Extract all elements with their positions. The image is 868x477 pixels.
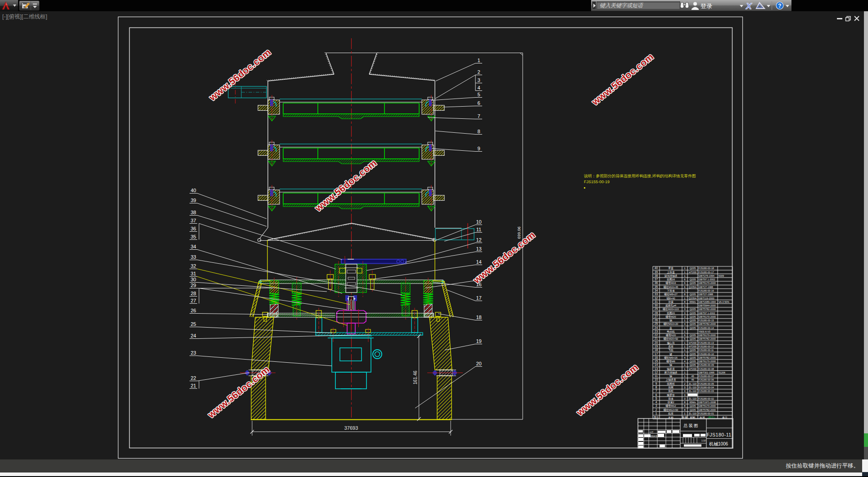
svg-text:总装图: 总装图 xyxy=(683,423,699,428)
svg-text:25: 25 xyxy=(655,322,658,325)
svg-text:Q235: Q235 xyxy=(690,282,696,284)
svg-text:GB/T5944-2000: GB/T5944-2000 xyxy=(699,304,716,307)
svg-text:25: 25 xyxy=(190,321,196,327)
svg-text:2: 2 xyxy=(656,408,657,411)
svg-text:18: 18 xyxy=(655,348,658,351)
svg-text:13: 13 xyxy=(476,246,481,252)
svg-text:Q235: Q235 xyxy=(690,360,696,363)
svg-text:GB/T6170-2000: GB/T6170-2000 xyxy=(699,360,716,363)
svg-text:GB/T97.1-2002: GB/T97.1-2002 xyxy=(699,278,715,281)
svg-text:电动机: 电动机 xyxy=(667,330,675,333)
svg-text:HT200: HT200 xyxy=(689,345,696,348)
svg-text:33: 33 xyxy=(190,254,196,260)
svg-text:1: 1 xyxy=(684,371,686,374)
svg-text:键: 键 xyxy=(669,353,672,356)
svg-text:8: 8 xyxy=(684,401,686,404)
svg-text:37: 37 xyxy=(190,218,196,223)
svg-text:GB/T5782-2000: GB/T5782-2000 xyxy=(699,308,716,310)
svg-text:6: 6 xyxy=(684,334,686,337)
svg-text:Q235: Q235 xyxy=(690,364,696,366)
svg-text:3: 3 xyxy=(684,308,686,310)
svg-text:5: 5 xyxy=(656,397,657,400)
svg-text:1: 1 xyxy=(684,297,686,300)
svg-text:3: 3 xyxy=(684,315,686,318)
svg-text:4: 4 xyxy=(656,400,657,404)
svg-text:筛体: 筛体 xyxy=(668,397,674,400)
svg-text:GB/T6170-2000: GB/T6170-2000 xyxy=(699,405,716,407)
svg-text:GB/T5782-2000: GB/T5782-2000 xyxy=(699,409,716,411)
svg-text:Q235: Q235 xyxy=(690,405,696,407)
svg-text:FJS155-00-19: FJS155-00-19 xyxy=(584,180,610,184)
svg-text:螺母M20: 螺母M20 xyxy=(666,315,676,319)
svg-text:GB/T2089-1994: GB/T2089-1994 xyxy=(699,301,716,303)
svg-text:FJS180-00-16: FJS180-00-16 xyxy=(699,289,714,292)
svg-text:3: 3 xyxy=(684,394,686,396)
svg-text:2: 2 xyxy=(684,382,686,385)
svg-text:1: 1 xyxy=(684,368,686,370)
svg-text:26: 26 xyxy=(190,308,196,313)
svg-text:说明：参照部分的筛体连接用环钩连接,环钩的结构详情见零件图: 说明：参照部分的筛体连接用环钩连接,环钩的结构详情见零件图 xyxy=(584,174,696,178)
svg-text:FJS180-00-03: FJS180-00-03 xyxy=(699,390,714,392)
svg-text:51206: 51206 xyxy=(719,371,725,374)
svg-text:上筛盖: 上筛盖 xyxy=(667,271,675,274)
svg-text:65Mn: 65Mn xyxy=(690,301,696,303)
svg-text:27: 27 xyxy=(190,298,196,303)
svg-text:www.56doc.com: www.56doc.com xyxy=(207,47,273,103)
svg-text:FJS180-00-02: FJS180-00-02 xyxy=(699,397,714,400)
svg-text:螺栓M20×122: 螺栓M20×122 xyxy=(663,307,679,311)
svg-text:螺栓M20×92: 螺栓M20×92 xyxy=(664,337,678,341)
svg-text:6: 6 xyxy=(684,278,686,281)
svg-text:14: 14 xyxy=(476,259,481,265)
svg-text:GB/T1971-2008: GB/T1971-2008 xyxy=(699,401,716,404)
svg-text:HT200: HT200 xyxy=(689,368,696,370)
svg-text:GB/T97.1-2002: GB/T97.1-2002 xyxy=(699,312,715,315)
svg-text:22: 22 xyxy=(190,375,196,381)
svg-text:ZL-110: ZL-110 xyxy=(689,390,696,392)
svg-text:29: 29 xyxy=(190,283,196,288)
svg-text:7: 7 xyxy=(477,113,480,119)
svg-text:33: 33 xyxy=(655,292,658,296)
svg-text:40: 40 xyxy=(655,266,658,270)
svg-text:16: 16 xyxy=(655,356,658,359)
svg-text:Q235: Q235 xyxy=(690,312,696,315)
svg-text:底座: 底座 xyxy=(668,345,674,348)
svg-text:7: 7 xyxy=(656,389,657,392)
svg-text:Q235: Q235 xyxy=(690,409,696,411)
svg-text:30: 30 xyxy=(190,277,196,282)
svg-text:筛框: 筛框 xyxy=(668,390,674,392)
svg-text:1: 1 xyxy=(684,353,686,356)
svg-text:GB/T6170-2000: GB/T6170-2000 xyxy=(699,334,716,337)
svg-text:GB/T27-1988: GB/T27-1988 xyxy=(699,293,713,296)
svg-text:1: 1 xyxy=(684,330,686,333)
svg-text:偏心块: 偏心块 xyxy=(667,342,675,345)
svg-text:FJS180-00-01: FJS180-00-01 xyxy=(699,412,714,415)
svg-text:35: 35 xyxy=(655,285,658,288)
svg-text:3: 3 xyxy=(477,77,480,83)
svg-text:弹簧: 弹簧 xyxy=(668,300,674,304)
svg-text:Q235: Q235 xyxy=(690,356,696,359)
svg-text:37693: 37693 xyxy=(344,425,358,431)
svg-text:FJS180-00-07: FJS180-00-07 xyxy=(699,375,714,378)
svg-text:深沟球轴承: 深沟球轴承 xyxy=(665,274,678,278)
svg-text:1: 1 xyxy=(684,345,686,348)
svg-text:17: 17 xyxy=(655,352,658,356)
svg-text:31: 31 xyxy=(655,300,658,303)
svg-text:筛网: 筛网 xyxy=(668,386,674,389)
svg-text:4: 4 xyxy=(477,85,480,90)
svg-text:24: 24 xyxy=(190,333,196,338)
svg-text:FJS180-00-14: FJS180-00-14 xyxy=(699,327,714,329)
svg-text:8: 8 xyxy=(684,409,686,411)
svg-text:橡胶垫: 橡胶垫 xyxy=(667,393,675,397)
svg-text:2014.5: 2014.5 xyxy=(651,435,657,437)
svg-text:1: 1 xyxy=(684,412,686,415)
svg-text:GB/T6170-2000: GB/T6170-2000 xyxy=(699,315,716,318)
svg-text:VA-3 50%: VA-3 50% xyxy=(719,301,729,303)
svg-text:12: 12 xyxy=(655,371,658,374)
svg-text:8: 8 xyxy=(656,386,657,389)
svg-text:GB/T5782-2000: GB/T5782-2000 xyxy=(699,338,716,340)
svg-text:23: 23 xyxy=(655,330,658,333)
svg-text:161.46: 161.46 xyxy=(413,370,418,384)
svg-text:18: 18 xyxy=(476,315,481,320)
svg-text:螺母M16: 螺母M16 xyxy=(666,281,676,285)
svg-text:FJS180-00-08: FJS180-00-08 xyxy=(699,368,714,370)
